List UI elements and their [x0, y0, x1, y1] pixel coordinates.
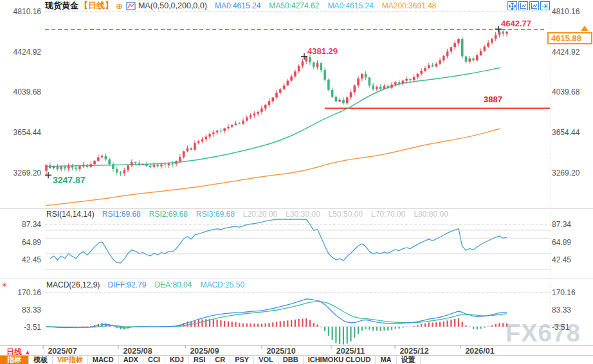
x-axis-month-label: 2025/11 [336, 347, 365, 356]
ma-legend-value: MA50:4274.62 [269, 1, 319, 10]
tab-CCI[interactable]: CCI [143, 356, 165, 364]
divider [44, 347, 44, 355]
price-up-arrow-icon [581, 26, 588, 31]
main-axis-label: 4424.92 [0, 48, 41, 57]
zoom-x-axis-icon[interactable] [518, 1, 528, 10]
rsi-level-label: L20:20.00 [243, 210, 277, 219]
chart-header: 现货黄金 【日线】 ⊕ MA(0,50,0,200,0,0) MA0:4615.… [45, 1, 437, 11]
macd-axis-label: -3.51 [552, 323, 569, 332]
chart-canvas[interactable] [0, 0, 593, 355]
main-axis-label: 4039.68 [0, 87, 41, 96]
indicator-tab-bar: 指标模板VIP指标MACDADXCCIKDJRSICRPSYVOLDBBICHI… [0, 355, 593, 364]
tab-PSY[interactable]: PSY [230, 356, 254, 364]
tab-DBB[interactable]: DBB [278, 356, 304, 364]
main-axis-label: 4039.68 [552, 87, 579, 96]
tab-KDJ[interactable]: KDJ [165, 356, 189, 364]
last-price-tag: 4615.88 [547, 32, 592, 44]
tab-RSI[interactable]: RSI [189, 356, 210, 364]
x-axis-month-label: 2025/09 [190, 347, 219, 356]
tab-MACD[interactable]: MACD [88, 356, 119, 364]
ma-legend-value: MA0:4615.24 [215, 1, 260, 10]
rsi-axis-label: 87.34 [0, 220, 41, 229]
macd-legend-value: DIFF:92.79 [107, 280, 146, 289]
macd-axis-label: -3.51 [0, 323, 41, 332]
macd-legend-value: DEA:80.04 [154, 280, 192, 289]
x-axis-month-label: 2025/08 [123, 347, 152, 356]
x-axis-month-label: 2026/01 [465, 347, 494, 356]
macd-axis-label: 170.16 [0, 288, 41, 297]
main-axis-label: 4810.16 [552, 7, 579, 16]
macd-axis-label: 83.33 [0, 305, 41, 314]
fx678-watermark: FX678 [506, 320, 581, 347]
macd-panel-header: MACD(26,12,9) DIFF:92.79DEA:80.04MACD:25… [46, 280, 244, 289]
main-axis-label: 4810.16 [0, 7, 41, 16]
main-axis-label: 3269.20 [552, 168, 579, 177]
macd-title: MACD(26,12,9) [46, 280, 100, 289]
rsi-legend-value: RSI2:69.68 [149, 210, 188, 219]
ma-legend-value: MA200:3691.48 [382, 1, 437, 10]
jan-high-annotation: 4642.77 [501, 19, 531, 28]
rsi-axis-label: 87.34 [552, 220, 571, 229]
main-axis-label: 3269.20 [0, 168, 41, 177]
rsi-legend-value: RSI1:69.68 [102, 210, 141, 219]
main-axis-label: 3654.44 [0, 128, 41, 137]
macd-axis-label: 170.16 [552, 288, 576, 297]
symbol-name: 现货黄金 [45, 0, 78, 12]
chart-application-window: 现货黄金 【日线】 ⊕ MA(0,50,0,200,0,0) MA0:4615.… [0, 0, 593, 364]
timeframe-label: 【日线】 [80, 0, 113, 12]
macd-legend: DIFF:92.79DEA:80.04MACD:25.50 [107, 280, 244, 289]
macd-axis-label: 83.33 [552, 305, 571, 314]
tab-VIP指标[interactable]: VIP指标 [53, 356, 88, 364]
rsi-axis-label: 64.89 [0, 238, 41, 247]
jul-low-annotation: 3247.87 [53, 175, 86, 185]
pan-move-icon[interactable] [507, 1, 517, 10]
macd-legend-value: MACD:25.50 [200, 280, 244, 289]
tab-模板[interactable]: 模板 [29, 356, 53, 364]
tab-设置[interactable]: 设置 [397, 356, 421, 364]
ma-legend: MA0:4615.24MA50:4274.62MA0:4615.24MA200:… [215, 1, 437, 10]
go-to-latest-icon[interactable] [540, 1, 550, 10]
main-axis-label: 4424.92 [552, 48, 579, 57]
rsi-level-label: L30:30.00 [286, 210, 320, 219]
tab-ICHIMOKU CLOUD[interactable]: ICHIMOKU CLOUD [304, 356, 376, 364]
rsi-axis-label: 42.45 [0, 255, 41, 264]
tab-ADX[interactable]: ADX [119, 356, 143, 364]
rsi-panel-header: RSI(14,14,14) RSI1:69.68RSI2:69.68RSI3:6… [46, 210, 448, 219]
x-axis-month-label: 2025/07 [48, 347, 77, 356]
indicator-chart-icon[interactable] [126, 2, 136, 10]
rsi-title: RSI(14,14,14) [46, 210, 95, 219]
rsi-axis-label: 64.89 [552, 238, 571, 247]
rsi-axis-label: 42.45 [552, 255, 571, 264]
rsi-level-label: L80:80.00 [414, 210, 448, 219]
tab-VOL[interactable]: VOL [254, 356, 278, 364]
rsi-legend: RSI1:69.68RSI2:69.68RSI3:69.68L20:20.00L… [102, 210, 448, 219]
rsi-level-label: L50:50.00 [329, 210, 363, 219]
ma-legend-value: MA0:4615.24 [327, 1, 373, 10]
ma-formula: MA(0,50,0,200,0,0) [138, 1, 207, 10]
main-axis-label: 3654.44 [552, 128, 579, 137]
zoom-y-axis-icon[interactable] [529, 1, 539, 10]
rsi-legend-value: RSI3:69.68 [196, 210, 235, 219]
rsi-level-label: L70:70.00 [371, 210, 405, 219]
chart-toolbar [507, 1, 550, 10]
tab-指标[interactable]: 指标 [0, 356, 29, 364]
tab-MA[interactable]: MA [376, 356, 396, 364]
add-indicator-icon[interactable]: ⊕ [116, 1, 123, 11]
x-axis-month-label: 2025/10 [266, 347, 295, 356]
tab-CR[interactable]: CR [210, 356, 230, 364]
x-axis-month-label: 2025/12 [399, 347, 428, 356]
support-level-annotation: 3887 [484, 95, 502, 104]
oct-high-annotation: 4381.29 [307, 46, 338, 56]
